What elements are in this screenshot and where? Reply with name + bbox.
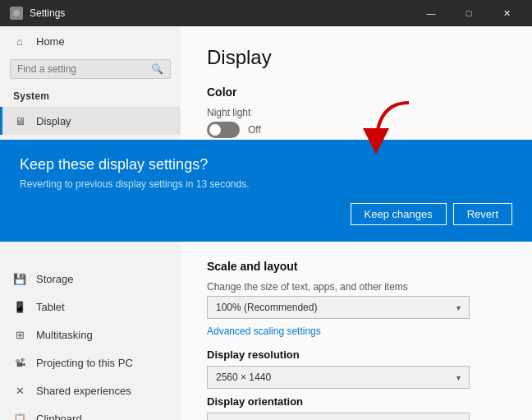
settings-window: Settings — □ ✕ ⌂ Home 🔍 System 🖥 Display bbox=[0, 0, 532, 420]
sidebar-home[interactable]: ⌂ Home bbox=[0, 26, 181, 56]
orientation-dropdown[interactable]: Landscape ▾ bbox=[207, 413, 470, 420]
sidebar-item-storage[interactable]: 💾 Storage bbox=[0, 265, 181, 293]
sidebar-lower: 💾 Storage 📱 Tablet ⊞ Multitasking 📽 Proj… bbox=[0, 261, 181, 420]
scale-section: Scale and layout Change the size of text… bbox=[207, 260, 506, 420]
sidebar-search-container[interactable]: 🔍 bbox=[10, 59, 171, 79]
resolution-dropdown[interactable]: 2560 × 1440 ▾ bbox=[207, 366, 470, 389]
night-light-toggle[interactable] bbox=[207, 122, 240, 138]
minimize-button[interactable]: — bbox=[412, 0, 450, 26]
sidebar-display-label: Display bbox=[36, 115, 71, 127]
display-icon: 🖥 bbox=[13, 114, 26, 127]
night-light-state: Off bbox=[248, 124, 261, 136]
resolution-dropdown-arrow: ▾ bbox=[456, 373, 461, 382]
scale-dropdown-arrow: ▾ bbox=[456, 303, 461, 312]
orientation-label: Display orientation bbox=[207, 395, 506, 408]
scale-dropdown[interactable]: 100% (Recommended) ▾ bbox=[207, 296, 470, 319]
panel-title: Display bbox=[207, 46, 506, 69]
projecting-icon: 📽 bbox=[13, 356, 26, 369]
sidebar-section-label: System bbox=[0, 85, 181, 107]
clipboard-icon: 📋 bbox=[13, 412, 26, 420]
toggle-knob bbox=[209, 124, 221, 136]
scale-desc: Change the size of text, apps, and other… bbox=[207, 281, 506, 293]
window-title: Settings bbox=[30, 7, 65, 19]
tablet-icon: 📱 bbox=[13, 300, 26, 313]
settings-window-icon bbox=[10, 7, 23, 20]
search-input[interactable] bbox=[17, 63, 151, 75]
sidebar-shared-label: Shared experiences bbox=[36, 385, 131, 397]
sidebar-item-projecting[interactable]: 📽 Projecting to this PC bbox=[0, 348, 181, 376]
sidebar-item-shared[interactable]: ✕ Shared experiences bbox=[0, 376, 181, 404]
revert-button[interactable]: Revert bbox=[453, 203, 512, 225]
svg-point-0 bbox=[13, 10, 20, 16]
dialog-subtitle: Reverting to previous display settings i… bbox=[20, 178, 512, 190]
keep-changes-button[interactable]: Keep changes bbox=[351, 203, 447, 225]
search-icon: 🔍 bbox=[151, 63, 163, 75]
close-button[interactable]: ✕ bbox=[488, 0, 525, 26]
title-bar: Settings — □ ✕ bbox=[0, 0, 532, 26]
resolution-label: Display resolution bbox=[207, 348, 506, 361]
maximize-button[interactable]: □ bbox=[450, 0, 488, 26]
sidebar-item-tablet[interactable]: 📱 Tablet bbox=[0, 293, 181, 321]
dialog-buttons: Keep changes Revert bbox=[20, 203, 512, 225]
shared-icon: ✕ bbox=[13, 384, 26, 397]
sidebar-tablet-label: Tablet bbox=[36, 301, 65, 313]
dialog-title: Keep these display settings? bbox=[20, 156, 512, 173]
night-light-label: Night light bbox=[207, 107, 506, 118]
resolution-value: 2560 × 1440 bbox=[216, 372, 271, 383]
dialog-box: Keep these display settings? Reverting t… bbox=[0, 140, 532, 242]
sidebar-storage-label: Storage bbox=[36, 273, 74, 285]
scale-section-title: Scale and layout bbox=[207, 260, 506, 273]
sidebar-home-label: Home bbox=[36, 35, 65, 48]
sidebar-projecting-label: Projecting to this PC bbox=[36, 357, 133, 369]
sidebar-clipboard-label: Clipboard bbox=[36, 413, 82, 421]
home-icon: ⌂ bbox=[13, 35, 26, 48]
sidebar-item-multitasking[interactable]: ⊞ Multitasking bbox=[0, 321, 181, 348]
advanced-scaling-link[interactable]: Advanced scaling settings bbox=[207, 325, 506, 337]
night-light-row: Off bbox=[207, 122, 506, 138]
dialog-overlay: Keep these display settings? Reverting t… bbox=[0, 140, 532, 242]
title-bar-left: Settings bbox=[10, 7, 65, 20]
window-controls: — □ ✕ bbox=[412, 0, 525, 26]
color-section-title: Color bbox=[207, 85, 506, 99]
sidebar-item-clipboard[interactable]: 📋 Clipboard bbox=[0, 404, 181, 420]
storage-icon: 💾 bbox=[13, 272, 26, 285]
scale-value: 100% (Recommended) bbox=[216, 302, 317, 313]
sidebar-item-display[interactable]: 🖥 Display bbox=[0, 107, 181, 135]
multitasking-icon: ⊞ bbox=[13, 328, 26, 341]
sidebar-multitasking-label: Multitasking bbox=[36, 329, 93, 341]
